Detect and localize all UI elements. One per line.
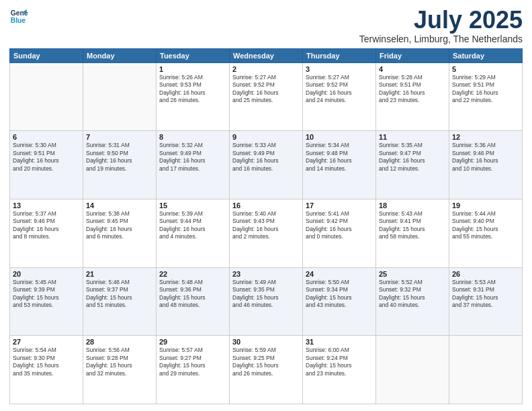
day-number: 29 [159,338,226,346]
table-row: 14Sunrise: 5:38 AM Sunset: 9:45 PM Dayli… [83,199,157,267]
table-row: 28Sunrise: 5:56 AM Sunset: 9:28 PM Dayli… [83,336,157,404]
day-number: 28 [86,338,153,346]
table-row: 12Sunrise: 5:36 AM Sunset: 9:46 PM Dayli… [449,131,523,199]
day-number: 24 [306,270,373,278]
day-info: Sunrise: 5:29 AM Sunset: 9:51 PM Dayligh… [452,74,519,105]
day-info: Sunrise: 5:59 AM Sunset: 9:25 PM Dayligh… [232,347,300,377]
col-thursday: Thursday [303,48,376,62]
table-row: 31Sunrise: 6:00 AM Sunset: 9:24 PM Dayli… [303,336,376,404]
table-row: 19Sunrise: 5:44 AM Sunset: 9:40 PM Dayli… [449,199,523,267]
day-info: Sunrise: 5:31 AM Sunset: 9:50 PM Dayligh… [86,142,153,173]
day-number: 17 [306,201,373,210]
table-row: 22Sunrise: 5:48 AM Sunset: 9:36 PM Dayli… [157,267,230,336]
day-number: 16 [232,201,300,210]
day-info: Sunrise: 5:28 AM Sunset: 9:51 PM Dayligh… [379,74,446,105]
day-info: Sunrise: 5:49 AM Sunset: 9:35 PM Dayligh… [232,279,300,310]
day-number: 20 [13,270,80,278]
day-info: Sunrise: 5:44 AM Sunset: 9:40 PM Dayligh… [452,210,519,241]
day-number: 26 [452,270,519,278]
table-row: 23Sunrise: 5:49 AM Sunset: 9:35 PM Dayli… [230,267,303,336]
day-info: Sunrise: 5:57 AM Sunset: 9:27 PM Dayligh… [159,347,226,377]
day-info: Sunrise: 5:37 AM Sunset: 9:46 PM Dayligh… [13,210,80,241]
table-row: 9Sunrise: 5:33 AM Sunset: 9:49 PM Daylig… [230,131,303,199]
day-number: 12 [452,133,519,141]
day-info: Sunrise: 5:27 AM Sunset: 9:52 PM Dayligh… [306,74,373,105]
day-number: 4 [379,65,446,73]
day-info: Sunrise: 5:46 AM Sunset: 9:37 PM Dayligh… [86,279,153,310]
table-row: 3Sunrise: 5:27 AM Sunset: 9:52 PM Daylig… [303,62,376,131]
table-row: 4Sunrise: 5:28 AM Sunset: 9:51 PM Daylig… [376,62,449,131]
day-number: 18 [379,201,446,210]
day-number: 31 [306,338,373,346]
calendar-week-3: 13Sunrise: 5:37 AM Sunset: 9:46 PM Dayli… [10,199,523,267]
day-number: 30 [232,338,300,346]
day-info: Sunrise: 5:34 AM Sunset: 9:48 PM Dayligh… [306,142,373,173]
main-title: July 2025 [359,7,523,34]
day-number: 23 [232,270,300,278]
table-row: 1Sunrise: 5:26 AM Sunset: 9:53 PM Daylig… [157,62,230,131]
col-tuesday: Tuesday [157,48,230,62]
day-info: Sunrise: 5:48 AM Sunset: 9:36 PM Dayligh… [159,279,226,310]
day-info: Sunrise: 5:50 AM Sunset: 9:34 PM Dayligh… [306,279,373,310]
calendar-week-4: 20Sunrise: 5:45 AM Sunset: 9:39 PM Dayli… [10,267,523,336]
table-row: 15Sunrise: 5:39 AM Sunset: 9:44 PM Dayli… [157,199,230,267]
day-info: Sunrise: 5:33 AM Sunset: 9:49 PM Dayligh… [232,142,300,173]
day-number: 8 [159,133,226,141]
table-row: 26Sunrise: 5:53 AM Sunset: 9:31 PM Dayli… [449,267,523,336]
day-number: 19 [452,201,519,210]
day-number: 6 [13,133,80,141]
col-monday: Monday [83,48,157,62]
table-row: 18Sunrise: 5:43 AM Sunset: 9:41 PM Dayli… [376,199,449,267]
day-info: Sunrise: 5:26 AM Sunset: 9:53 PM Dayligh… [159,74,226,105]
table-row: 2Sunrise: 5:27 AM Sunset: 9:52 PM Daylig… [230,62,303,131]
day-number: 5 [452,65,519,73]
day-info: Sunrise: 5:36 AM Sunset: 9:46 PM Dayligh… [452,142,519,173]
day-info: Sunrise: 5:52 AM Sunset: 9:32 PM Dayligh… [379,279,446,310]
table-row: 6Sunrise: 5:30 AM Sunset: 9:51 PM Daylig… [10,131,83,199]
day-info: Sunrise: 5:35 AM Sunset: 9:47 PM Dayligh… [379,142,446,173]
day-info: Sunrise: 5:45 AM Sunset: 9:39 PM Dayligh… [13,279,80,310]
title-block: July 2025 Terwinselen, Limburg, The Neth… [359,7,523,44]
day-number: 22 [159,270,226,278]
table-row: 13Sunrise: 5:37 AM Sunset: 9:46 PM Dayli… [10,199,83,267]
table-row: 20Sunrise: 5:45 AM Sunset: 9:39 PM Dayli… [10,267,83,336]
day-info: Sunrise: 5:53 AM Sunset: 9:31 PM Dayligh… [452,279,519,310]
day-number: 9 [232,133,300,141]
table-row: 5Sunrise: 5:29 AM Sunset: 9:51 PM Daylig… [449,62,523,131]
day-info: Sunrise: 5:32 AM Sunset: 9:49 PM Dayligh… [159,142,226,173]
table-row [83,62,157,131]
calendar-week-2: 6Sunrise: 5:30 AM Sunset: 9:51 PM Daylig… [10,131,523,199]
day-info: Sunrise: 5:56 AM Sunset: 9:28 PM Dayligh… [86,347,153,377]
calendar-week-1: 1Sunrise: 5:26 AM Sunset: 9:53 PM Daylig… [10,62,523,131]
table-row: 30Sunrise: 5:59 AM Sunset: 9:25 PM Dayli… [230,336,303,404]
table-row: 24Sunrise: 5:50 AM Sunset: 9:34 PM Dayli… [303,267,376,336]
col-saturday: Saturday [449,48,523,62]
table-row: 8Sunrise: 5:32 AM Sunset: 9:49 PM Daylig… [157,131,230,199]
day-number: 14 [86,201,153,210]
day-number: 3 [306,65,373,73]
svg-text:Blue: Blue [11,17,26,24]
calendar-table: Sunday Monday Tuesday Wednesday Thursday… [9,48,523,404]
day-number: 13 [13,201,80,210]
day-number: 27 [13,338,80,346]
logo-icon: General Blue [9,7,28,26]
day-info: Sunrise: 5:40 AM Sunset: 9:43 PM Dayligh… [232,210,300,241]
header-row: Sunday Monday Tuesday Wednesday Thursday… [10,48,523,62]
logo: General Blue [9,7,28,26]
day-info: Sunrise: 5:43 AM Sunset: 9:41 PM Dayligh… [379,210,446,241]
day-info: Sunrise: 5:27 AM Sunset: 9:52 PM Dayligh… [232,74,300,105]
table-row: 25Sunrise: 5:52 AM Sunset: 9:32 PM Dayli… [376,267,449,336]
day-info: Sunrise: 5:41 AM Sunset: 9:42 PM Dayligh… [306,210,373,241]
day-info: Sunrise: 5:30 AM Sunset: 9:51 PM Dayligh… [13,142,80,173]
table-row: 27Sunrise: 5:54 AM Sunset: 9:30 PM Dayli… [10,336,83,404]
col-friday: Friday [376,48,449,62]
table-row [449,336,523,404]
day-number: 21 [86,270,153,278]
col-wednesday: Wednesday [230,48,303,62]
day-number: 15 [159,201,226,210]
day-number: 25 [379,270,446,278]
table-row: 10Sunrise: 5:34 AM Sunset: 9:48 PM Dayli… [303,131,376,199]
table-row: 17Sunrise: 5:41 AM Sunset: 9:42 PM Dayli… [303,199,376,267]
table-row: 11Sunrise: 5:35 AM Sunset: 9:47 PM Dayli… [376,131,449,199]
day-info: Sunrise: 6:00 AM Sunset: 9:24 PM Dayligh… [306,347,373,377]
